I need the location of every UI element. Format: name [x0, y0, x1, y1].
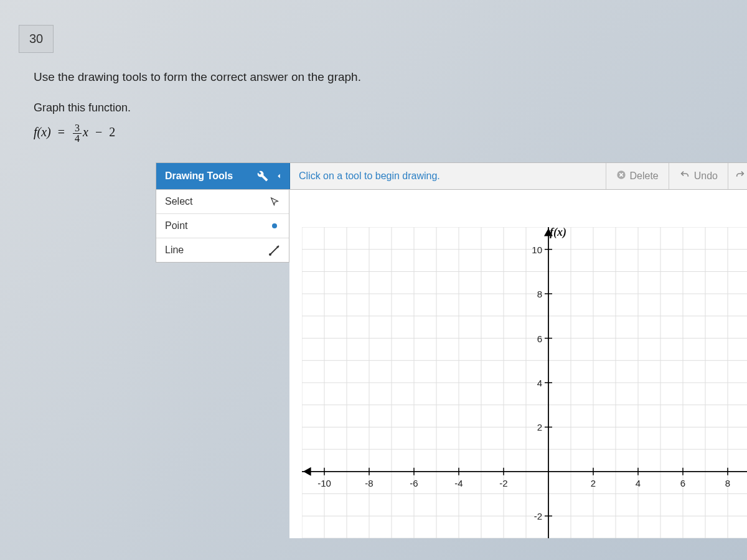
point-icon — [269, 220, 280, 231]
cursor-icon — [269, 196, 280, 207]
tool-point[interactable]: Point — [156, 214, 289, 238]
undo-button[interactable]: Undo — [669, 163, 728, 189]
redo-icon — [735, 170, 746, 182]
x-tick-label: -2 — [499, 478, 507, 488]
delete-label: Delete — [630, 170, 659, 182]
tool-select[interactable]: Select — [156, 190, 289, 214]
y-axis-label: f(x) — [550, 226, 566, 239]
drawing-tools-header[interactable]: Drawing Tools — [156, 163, 290, 189]
y-tick-label: 8 — [537, 289, 542, 299]
fraction-numerator: 3 — [73, 123, 82, 134]
svg-marker-44 — [303, 467, 311, 476]
sub-instruction: Graph this function. — [34, 101, 747, 114]
function-equation: f(x) = 3 4 x − 2 — [34, 123, 747, 144]
workspace: Drawing Tools Click on a tool to begin d… — [156, 162, 747, 538]
equation-variable: x — [83, 125, 88, 139]
question-number-badge: 30 — [19, 25, 54, 53]
main-instruction: Use the drawing tools to form the correc… — [34, 70, 747, 84]
toolbar: Drawing Tools Click on a tool to begin d… — [156, 162, 747, 190]
tool-line-label: Line — [165, 245, 184, 256]
equation-fraction: 3 4 — [73, 123, 82, 144]
y-tick-label: 10 — [532, 244, 542, 254]
redo-button[interactable] — [728, 163, 747, 189]
toolbar-hint: Click on a tool to begin drawing. — [290, 163, 606, 189]
y-tick-label: 2 — [537, 422, 542, 432]
graph-canvas[interactable]: f(x) -10-8-6-4-22468108642-2 — [289, 190, 747, 538]
x-tick-label: -6 — [410, 478, 418, 488]
y-tick-label: 6 — [537, 333, 542, 343]
equation-minus: − — [95, 125, 102, 139]
tool-select-label: Select — [165, 196, 192, 207]
undo-label: Undo — [694, 170, 718, 182]
chevron-left-icon — [275, 171, 283, 184]
x-tick-label: 4 — [636, 478, 641, 488]
equation-constant: 2 — [109, 125, 115, 139]
equation-lhs: f(x) — [34, 125, 51, 139]
x-tick-label: 2 — [591, 478, 596, 488]
tools-panel: Select Point Line — [156, 190, 289, 263]
delete-icon — [616, 170, 626, 182]
line-icon — [269, 245, 280, 256]
svg-point-4 — [269, 253, 271, 256]
undo-icon — [679, 170, 690, 182]
x-tick-label: -8 — [365, 478, 373, 488]
delete-button[interactable]: Delete — [606, 163, 669, 189]
y-tick-label: -2 — [534, 511, 542, 521]
equation-equals: = — [58, 125, 65, 139]
x-tick-label: 8 — [725, 478, 730, 488]
tool-point-label: Point — [165, 220, 187, 231]
y-tick-label: 4 — [537, 378, 542, 388]
x-tick-label: -4 — [454, 478, 463, 488]
drawing-tools-label: Drawing Tools — [165, 170, 233, 182]
x-tick-label: 6 — [680, 478, 685, 488]
coordinate-grid — [302, 227, 747, 538]
tool-line[interactable]: Line — [156, 238, 289, 262]
fraction-denominator: 4 — [73, 134, 82, 144]
x-tick-label: -10 — [317, 478, 331, 488]
svg-point-1 — [272, 223, 277, 228]
wrench-icon — [257, 170, 268, 184]
